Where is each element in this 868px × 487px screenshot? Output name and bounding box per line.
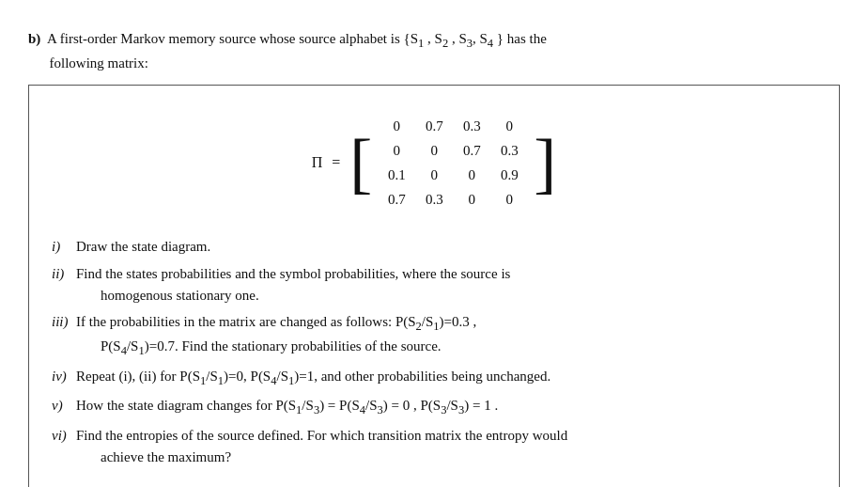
cell-2-1: 0 xyxy=(420,167,448,183)
cell-3-1: 0.3 xyxy=(420,192,448,208)
cell-2-3: 0.9 xyxy=(495,167,523,183)
q-text-vi: Find the entropies of the source defined… xyxy=(76,425,816,469)
cell-3-2: 0 xyxy=(457,192,486,208)
q-text-ii-cont: homogenous stationary one. xyxy=(76,288,259,303)
question-iii: iii) If the probabilities in the matrix … xyxy=(52,311,816,361)
part-label: b) A first-order Markov memory source wh… xyxy=(28,31,547,46)
bracket-left: [ xyxy=(349,129,372,196)
q-label-iv: iv) xyxy=(52,366,76,387)
question-i: i) Draw the state diagram. xyxy=(52,236,816,258)
q-label-i: i) xyxy=(52,236,76,258)
q-text-i: Draw the state diagram. xyxy=(76,236,816,258)
cell-1-0: 0 xyxy=(382,143,411,159)
q-text-vi-cont: achieve the maximum? xyxy=(76,449,231,464)
cell-1-3: 0.3 xyxy=(495,143,523,159)
cell-0-0: 0 xyxy=(382,118,411,134)
cell-0-3: 0 xyxy=(495,118,523,134)
q-label-iii: iii) xyxy=(52,311,76,333)
cell-2-0: 0.1 xyxy=(382,167,411,183)
matrix-grid: 0 0.7 0.3 0 0 0 0.7 0.3 0.1 0 0 0.9 0.7 xyxy=(372,110,534,215)
question-iv: iv) Repeat (i), (ii) for P(S1/S1)=0, P(S… xyxy=(52,366,816,390)
part-description: following matrix: xyxy=(28,55,148,71)
bracket-right: ] xyxy=(534,129,556,196)
cell-0-2: 0.3 xyxy=(457,118,486,134)
question-vi: vi) Find the entropies of the source def… xyxy=(52,425,816,469)
cell-3-0: 0.7 xyxy=(382,192,411,208)
outer-section: b) A first-order Markov memory source wh… xyxy=(28,19,840,487)
cell-1-2: 0.7 xyxy=(457,143,486,159)
content-box: Π = [ 0 0.7 0.3 0 0 0 0.7 0.3 0.1 0 xyxy=(28,85,840,487)
question-ii: ii) Find the states probabilities and th… xyxy=(52,263,816,307)
cell-2-2: 0 xyxy=(457,167,486,183)
question-v: v) How the state diagram changes for P(S… xyxy=(52,395,816,419)
matrix-equals: = xyxy=(332,154,340,171)
q-text-v: How the state diagram changes for P(S1/S… xyxy=(76,395,816,419)
q-text-iv: Repeat (i), (ii) for P(S1/S1)=0, P(S4/S1… xyxy=(76,366,816,390)
matrix-label: Π xyxy=(312,154,323,171)
q-label-vi: vi) xyxy=(52,425,76,447)
matrix-wrapper: [ 0 0.7 0.3 0 0 0 0.7 0.3 0.1 0 0 0.9 xyxy=(349,110,556,215)
questions-list: i) Draw the state diagram. ii) Find the … xyxy=(52,236,816,468)
cell-3-3: 0 xyxy=(495,192,523,208)
cell-1-1: 0 xyxy=(420,143,448,159)
q-text-iii-cont: P(S4/S1)=0.7. Find the stationary probab… xyxy=(76,338,442,353)
matrix-section: Π = [ 0 0.7 0.3 0 0 0 0.7 0.3 0.1 0 xyxy=(52,110,816,215)
q-label-v: v) xyxy=(52,395,76,416)
part-b-header: b) A first-order Markov memory source wh… xyxy=(28,28,840,73)
q-text-iii: If the probabilities in the matrix are c… xyxy=(76,311,816,361)
q-label-ii: ii) xyxy=(52,263,76,285)
cell-0-1: 0.7 xyxy=(420,118,448,134)
q-text-ii: Find the states probabilities and the sy… xyxy=(76,263,816,307)
